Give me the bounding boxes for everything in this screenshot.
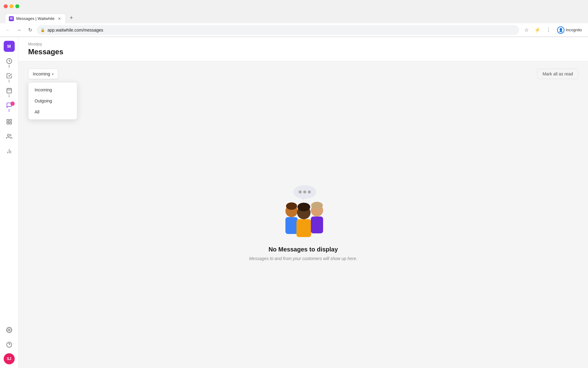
svg-point-19 <box>308 190 311 194</box>
svg-rect-5 <box>7 120 9 121</box>
svg-rect-8 <box>7 122 9 124</box>
svg-rect-1 <box>7 88 11 93</box>
app-layout: M 3 1 1 <box>0 37 588 368</box>
svg-rect-22 <box>285 217 298 234</box>
chevron-down-icon: ▾ <box>52 72 54 76</box>
user-avatar[interactable]: SJ <box>4 353 15 364</box>
browser-titlebar <box>0 0 588 12</box>
calendar-badge: 1 <box>8 94 10 98</box>
reload-button[interactable]: ↻ <box>26 26 34 34</box>
extensions-button[interactable]: ⚡ <box>533 25 542 35</box>
sidebar: M 3 1 1 <box>0 37 18 368</box>
new-tab-button[interactable]: + <box>67 13 76 22</box>
empty-state-title: No Messages to display <box>269 246 338 253</box>
sidebar-item-settings[interactable] <box>3 324 15 336</box>
profile-label: Incognito <box>566 28 582 32</box>
tab-close-button[interactable]: ✕ <box>57 16 62 21</box>
lock-icon: 🔒 <box>40 28 45 32</box>
svg-point-13 <box>8 329 10 331</box>
svg-rect-25 <box>296 219 311 237</box>
svg-point-9 <box>7 134 9 136</box>
toolbar: Incoming ▾ Mark all as read <box>28 69 578 79</box>
window-controls <box>4 4 19 8</box>
profile-button[interactable]: 👤 Incognito <box>555 26 584 34</box>
filter-dropdown-button[interactable]: Incoming ▾ <box>28 69 58 79</box>
svg-point-26 <box>297 203 310 211</box>
svg-point-17 <box>299 190 302 194</box>
dropdown-item-all[interactable]: All <box>28 106 77 117</box>
browser-navbar: ← → ↻ 🔒 app.waitwhile.com/messages ☆ ⚡ ⋮… <box>0 23 588 37</box>
mark-all-read-button[interactable]: Mark all as read <box>537 69 578 79</box>
empty-state: No Messages to display Messages to and f… <box>28 85 578 359</box>
window-minimize-button[interactable] <box>9 4 13 8</box>
svg-rect-6 <box>9 120 11 121</box>
active-tab[interactable]: W Messages | Waitwhile ✕ <box>5 13 66 23</box>
back-button[interactable]: ← <box>4 26 12 34</box>
window-maximize-button[interactable] <box>15 4 19 8</box>
sidebar-item-analytics[interactable] <box>3 145 15 157</box>
messages-notification-badge <box>10 102 15 106</box>
tab-label: Messages | Waitwhile <box>16 16 55 21</box>
sidebar-item-help[interactable] <box>3 339 15 351</box>
filter-dropdown-menu: Incoming Outgoing All <box>28 82 77 120</box>
main-content: Moodjoy Messages Incoming ▾ Mark all as … <box>18 37 588 368</box>
messages-badge: 0 <box>8 109 10 112</box>
checklist-badge: 1 <box>8 79 10 83</box>
address-bar[interactable]: 🔒 app.waitwhile.com/messages <box>37 25 519 35</box>
filter-label: Incoming <box>33 71 50 76</box>
sidebar-item-people[interactable] <box>3 130 15 143</box>
browser-chrome: W Messages | Waitwhile ✕ + ← → ↻ 🔒 app.w… <box>0 0 588 37</box>
sidebar-bottom: SJ <box>3 324 15 364</box>
svg-point-18 <box>303 190 306 194</box>
page-header: Moodjoy Messages <box>18 37 588 61</box>
browser-tabs: W Messages | Waitwhile ✕ + <box>0 12 588 23</box>
window-close-button[interactable] <box>4 4 8 8</box>
profile-icon: 👤 <box>557 26 564 34</box>
sidebar-item-messages[interactable]: 0 <box>3 101 15 113</box>
bookmarks-star-button[interactable]: ☆ <box>522 25 531 35</box>
svg-point-29 <box>311 202 323 209</box>
page-title: Messages <box>28 48 578 56</box>
url-text: app.waitwhile.com/messages <box>47 28 515 33</box>
svg-rect-28 <box>311 217 323 233</box>
empty-state-subtitle: Messages to and from your customers will… <box>249 256 357 261</box>
page-body: Incoming ▾ Mark all as read Incoming Out… <box>18 61 588 368</box>
dropdown-item-incoming[interactable]: Incoming <box>28 84 77 95</box>
forward-button[interactable]: → <box>15 26 23 34</box>
svg-rect-7 <box>9 122 11 124</box>
sidebar-item-queue[interactable]: 3 <box>3 57 15 69</box>
empty-illustration <box>270 183 337 239</box>
nav-actions: ☆ ⚡ ⋮ 👤 Incognito <box>522 25 584 35</box>
sidebar-item-calendar[interactable]: 1 <box>3 86 15 98</box>
sidebar-item-apps[interactable] <box>3 116 15 128</box>
sidebar-item-checklist[interactable]: 1 <box>3 71 15 84</box>
tab-favicon: W <box>9 16 14 21</box>
svg-marker-20 <box>300 197 306 200</box>
browser-menu-button[interactable]: ⋮ <box>544 25 553 35</box>
workspace-avatar[interactable]: M <box>4 41 15 52</box>
dropdown-item-outgoing[interactable]: Outgoing <box>28 95 77 106</box>
breadcrumb: Moodjoy <box>28 42 578 46</box>
queue-badge: 3 <box>8 65 10 68</box>
svg-point-23 <box>286 202 297 210</box>
